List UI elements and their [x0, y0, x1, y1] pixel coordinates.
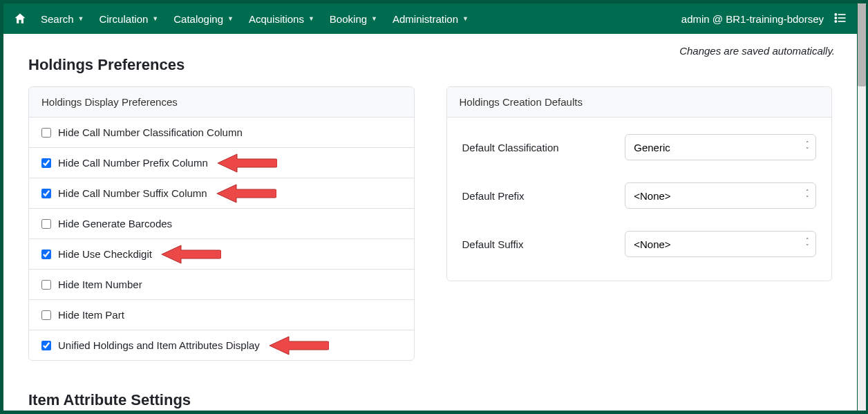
chevron-down-icon: ▼	[152, 15, 158, 22]
hamburger-list-icon[interactable]	[833, 11, 847, 27]
annotation-arrow-icon	[217, 183, 276, 204]
svg-point-2	[835, 17, 836, 18]
display-pref-row: Hide Item Number	[29, 269, 414, 299]
creation-default-combobox[interactable]	[625, 134, 816, 160]
creation-defaults-header: Holdings Creation Defaults	[447, 87, 832, 117]
chevron-down-icon: ▼	[78, 15, 84, 22]
display-pref-row: Hide Call Number Suffix Column	[29, 178, 414, 208]
display-pref-checkbox[interactable]	[41, 250, 51, 259]
annotation-arrow-icon	[270, 335, 329, 356]
display-pref-label: Hide Call Number Prefix Column	[58, 157, 208, 169]
creation-default-label: Default Suffix	[462, 238, 625, 250]
display-pref-row: Hide Generate Barcodes	[29, 208, 414, 238]
display-pref-label: Unified Holdings and Item Attributes Dis…	[58, 339, 260, 351]
creation-default-row: Default Classification˄˅	[462, 123, 817, 171]
svg-point-0	[835, 13, 836, 15]
display-pref-row: Unified Holdings and Item Attributes Dis…	[29, 330, 414, 360]
chevron-down-icon: ▼	[371, 15, 377, 22]
scrollbar-thumb[interactable]	[858, 3, 866, 86]
display-pref-label: Hide Use Checkdigit	[58, 248, 152, 260]
nav-item-circulation[interactable]: Circulation▼	[99, 13, 158, 25]
display-pref-label: Hide Generate Barcodes	[58, 218, 172, 229]
display-pref-row: Hide Item Part	[29, 299, 414, 330]
creation-default-row: Default Suffix˄˅	[462, 220, 817, 268]
display-pref-checkbox[interactable]	[41, 158, 51, 168]
nav-item-search[interactable]: Search▼	[41, 13, 84, 25]
chevron-down-icon: ▼	[308, 15, 314, 22]
display-pref-row: Hide Call Number Classification Column	[29, 117, 414, 147]
svg-point-4	[835, 20, 836, 21]
nav-item-label: Acquisitions	[249, 13, 304, 25]
stepper-down-icon[interactable]: ˅	[802, 147, 812, 153]
nav-item-administration[interactable]: Administration▼	[393, 13, 469, 25]
display-pref-label: Hide Item Number	[58, 279, 142, 290]
display-pref-label: Hide Call Number Suffix Column	[58, 187, 207, 199]
display-prefs-header: Holdings Display Preferences	[29, 87, 414, 117]
page-title: Holdings Preferences	[28, 56, 832, 74]
top-navbar: Search▼Circulation▼Cataloging▼Acquisitio…	[3, 3, 857, 34]
display-pref-row: Hide Use Checkdigit	[29, 238, 414, 269]
display-pref-checkbox[interactable]	[41, 280, 51, 290]
nav-item-acquisitions[interactable]: Acquisitions▼	[249, 13, 314, 25]
nav-item-label: Search	[41, 13, 74, 25]
chevron-down-icon: ▼	[227, 15, 234, 22]
display-pref-label: Hide Call Number Classification Column	[58, 126, 243, 138]
autosave-notice: Changes are saved automatically.	[679, 45, 835, 57]
creation-defaults-card: Holdings Creation Defaults Default Class…	[446, 86, 833, 281]
nav-item-label: Booking	[330, 13, 367, 25]
nav-item-label: Circulation	[99, 13, 148, 25]
annotation-arrow-icon	[218, 153, 277, 173]
creation-default-label: Default Prefix	[462, 190, 625, 202]
user-label[interactable]: admin @ BR1-training-bdorsey	[681, 13, 824, 25]
creation-default-label: Default Classification	[462, 142, 625, 153]
chevron-down-icon: ▼	[462, 15, 469, 22]
creation-default-combobox[interactable]	[625, 231, 816, 257]
stepper-down-icon[interactable]: ˅	[802, 196, 812, 202]
display-pref-checkbox[interactable]	[41, 310, 51, 320]
vertical-scrollbar[interactable]	[858, 3, 866, 411]
nav-item-label: Cataloging	[173, 13, 223, 25]
annotation-arrow-icon	[162, 244, 221, 265]
section-title-item-attributes: Item Attribute Settings	[28, 391, 832, 409]
display-pref-checkbox[interactable]	[41, 189, 51, 198]
nav-item-label: Administration	[393, 13, 458, 25]
display-pref-checkbox[interactable]	[41, 219, 51, 229]
display-pref-checkbox[interactable]	[41, 341, 51, 350]
nav-item-booking[interactable]: Booking▼	[330, 13, 377, 25]
home-icon[interactable]	[13, 12, 27, 26]
nav-item-cataloging[interactable]: Cataloging▼	[173, 13, 234, 25]
creation-default-combobox[interactable]	[625, 182, 816, 209]
creation-default-row: Default Prefix˄˅	[462, 171, 817, 220]
display-pref-label: Hide Item Part	[58, 309, 124, 321]
stepper-down-icon[interactable]: ˅	[802, 244, 812, 250]
display-pref-checkbox[interactable]	[41, 128, 51, 138]
display-prefs-card: Holdings Display Preferences Hide Call N…	[28, 86, 415, 361]
display-pref-row: Hide Call Number Prefix Column	[29, 147, 414, 178]
